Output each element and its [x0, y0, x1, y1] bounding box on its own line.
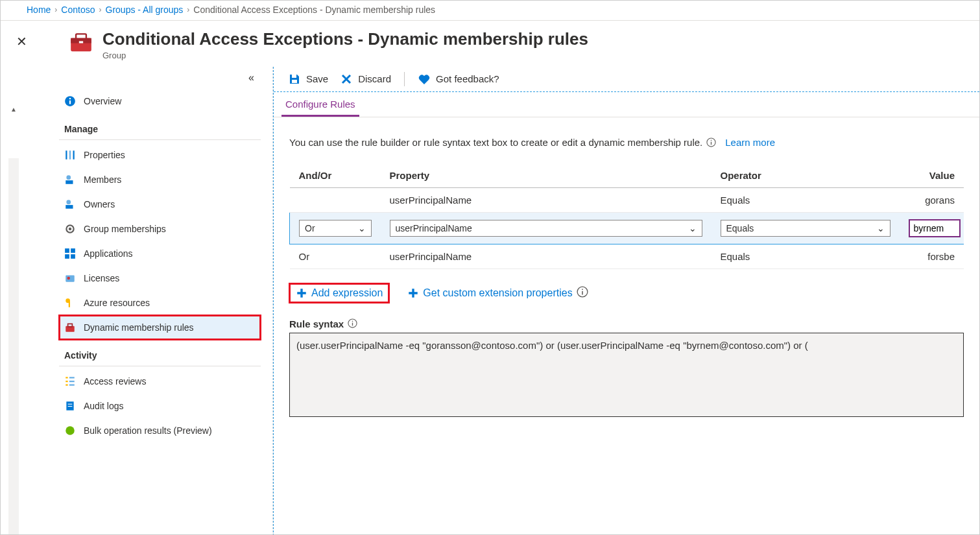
- get-custom-label: Get custom extension properties: [423, 287, 572, 299]
- svg-rect-8: [69, 150, 71, 160]
- bulk-icon: [64, 425, 76, 436]
- cell-property: userPrincipalName: [381, 244, 711, 268]
- sidebar-item-azure-resources[interactable]: Azure resources: [59, 291, 261, 315]
- svg-rect-7: [66, 150, 67, 160]
- sidebar-item-licenses[interactable]: Licenses: [59, 266, 261, 291]
- toolbox-icon: [64, 322, 76, 333]
- operator-select[interactable]: Equals ⌄: [721, 220, 890, 237]
- svg-rect-28: [68, 406, 73, 407]
- sidebar-item-members[interactable]: Members: [59, 167, 261, 192]
- sidebar-item-label: Members: [84, 174, 121, 185]
- svg-rect-27: [68, 404, 73, 405]
- sidebar-item-label: Group memberships: [84, 224, 166, 234]
- sidebar-item-label: Overview: [84, 96, 121, 106]
- chevron-down-icon: ⌄: [877, 223, 885, 233]
- sidebar-item-dynamic-membership-rules[interactable]: Dynamic membership rules: [59, 315, 261, 340]
- svg-rect-36: [582, 291, 583, 295]
- sidebar: « Overview Manage Properties Members Own…: [27, 67, 273, 535]
- col-value: Value: [900, 163, 964, 188]
- svg-rect-23: [69, 302, 70, 307]
- breadcrumb-groups[interactable]: Groups - All groups: [106, 5, 184, 15]
- info-icon[interactable]: [348, 318, 357, 330]
- info-icon[interactable]: [577, 286, 588, 300]
- sidebar-item-audit-logs[interactable]: Audit logs: [59, 394, 261, 418]
- save-button[interactable]: Save: [288, 73, 328, 86]
- add-expression-button[interactable]: Add expression: [289, 283, 389, 303]
- page-title: Conditional Access Exceptions - Dynamic …: [102, 30, 588, 49]
- svg-point-21: [67, 277, 71, 280]
- key-icon: [64, 297, 76, 309]
- owners-icon: [64, 198, 76, 210]
- svg-rect-17: [71, 248, 75, 253]
- feedback-label: Got feedback?: [436, 73, 499, 84]
- sidebar-item-applications[interactable]: Applications: [59, 241, 261, 266]
- svg-rect-25: [68, 324, 73, 327]
- breadcrumb: Home › Contoso › Groups - All groups › C…: [1, 1, 979, 19]
- svg-rect-19: [71, 254, 75, 259]
- breadcrumb-home[interactable]: Home: [27, 5, 51, 15]
- sidebar-item-group-memberships[interactable]: Group memberships: [59, 217, 261, 241]
- info-icon: [64, 95, 76, 107]
- col-operator: Operator: [711, 163, 900, 188]
- col-property: Property: [381, 163, 711, 188]
- get-custom-properties-button[interactable]: Get custom extension properties: [401, 282, 594, 304]
- sidebar-section-manage: Manage: [59, 113, 261, 140]
- property-select[interactable]: userPrincipalName ⌄: [390, 220, 702, 237]
- content-pane: Save Discard Got feedback? Configure Rul…: [273, 67, 979, 535]
- svg-rect-34: [711, 140, 711, 141]
- sidebar-item-access-reviews[interactable]: Access reviews: [59, 369, 261, 394]
- cell-operator: Equals: [711, 187, 900, 212]
- rule-table: And/Or Property Operator Value userPrinc…: [289, 163, 964, 269]
- cell-value: gorans: [900, 187, 964, 212]
- page-subtitle: Group: [102, 51, 588, 60]
- logs-icon: [64, 400, 76, 412]
- svg-rect-9: [73, 150, 75, 160]
- left-scrollbar[interactable]: ▲: [1, 67, 27, 535]
- breadcrumb-current: Conditional Access Exceptions - Dynamic …: [193, 5, 435, 15]
- rule-syntax-textarea[interactable]: [289, 333, 964, 417]
- svg-rect-18: [65, 254, 69, 259]
- sidebar-item-bulk-operations[interactable]: Bulk operation results (Preview): [59, 418, 261, 443]
- rule-row-editing[interactable]: Or ⌄ userPrincipalName ⌄: [290, 212, 964, 244]
- tab-bar: Configure Rules: [274, 92, 979, 117]
- save-icon: [288, 73, 301, 86]
- save-label: Save: [306, 73, 328, 84]
- rule-row[interactable]: Or userPrincipalName Equals forsbe: [290, 244, 964, 268]
- sidebar-item-label: Owners: [84, 199, 115, 209]
- sidebar-item-overview[interactable]: Overview: [59, 89, 261, 113]
- cell-operator: Equals: [711, 244, 900, 268]
- andor-select[interactable]: Or ⌄: [299, 220, 372, 237]
- discard-button[interactable]: Discard: [340, 73, 391, 86]
- sidebar-item-properties[interactable]: Properties: [59, 143, 261, 167]
- svg-rect-5: [69, 101, 71, 104]
- sidebar-item-label: Audit logs: [84, 401, 123, 411]
- close-icon[interactable]: ✕: [16, 30, 27, 49]
- sidebar-item-label: Access reviews: [84, 376, 146, 386]
- svg-rect-39: [352, 322, 353, 326]
- add-expression-label: Add expression: [311, 287, 383, 299]
- discard-label: Discard: [358, 73, 391, 84]
- svg-rect-13: [66, 205, 73, 209]
- apps-icon: [64, 248, 76, 259]
- rule-row[interactable]: userPrincipalName Equals gorans: [290, 187, 964, 212]
- value-input[interactable]: [909, 219, 961, 237]
- gear-icon: [64, 223, 76, 235]
- svg-rect-31: [292, 80, 297, 83]
- select-value: userPrincipalName: [396, 223, 472, 233]
- svg-rect-20: [66, 275, 75, 281]
- breadcrumb-tenant[interactable]: Contoso: [61, 5, 95, 15]
- chevron-right-icon: ›: [187, 5, 189, 14]
- collapse-sidebar-icon[interactable]: «: [248, 72, 261, 84]
- sidebar-item-label: Applications: [84, 248, 133, 259]
- tab-configure-rules[interactable]: Configure Rules: [281, 92, 359, 117]
- sidebar-item-label: Dynamic membership rules: [84, 322, 194, 333]
- learn-more-link[interactable]: Learn more: [725, 137, 775, 148]
- toolbar: Save Discard Got feedback?: [274, 67, 979, 92]
- info-icon[interactable]: [706, 137, 716, 147]
- feedback-button[interactable]: Got feedback?: [418, 73, 499, 86]
- svg-point-15: [69, 228, 72, 231]
- sidebar-item-owners[interactable]: Owners: [59, 192, 261, 217]
- sidebar-item-label: Properties: [84, 150, 125, 160]
- sidebar-item-label: Azure resources: [84, 298, 150, 308]
- cell-property: userPrincipalName: [381, 187, 711, 212]
